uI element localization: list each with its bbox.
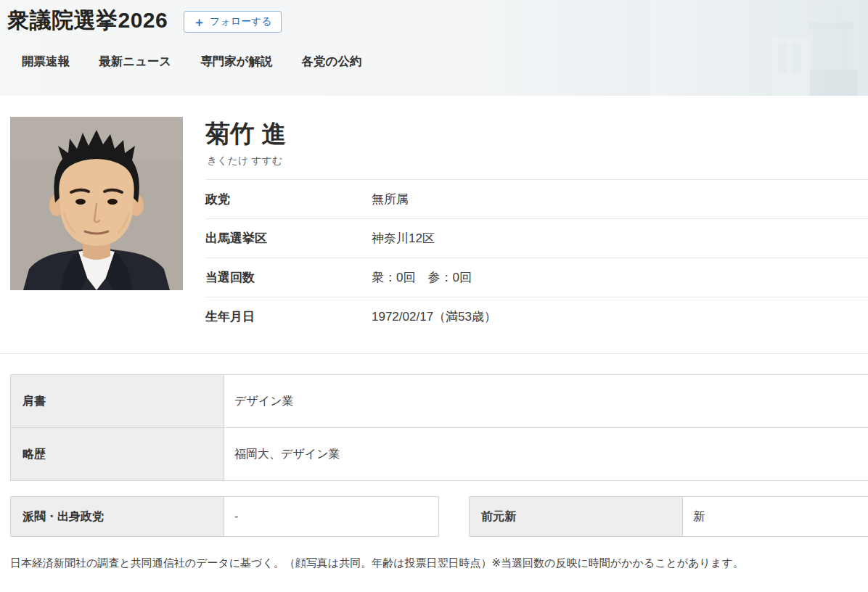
- row-header: 前元新: [470, 497, 683, 536]
- row-header: 派閥・出身政党: [11, 497, 224, 536]
- faction-table: 派閥・出身政党 -: [10, 496, 439, 537]
- profile-row-label: 当選回数: [205, 269, 372, 286]
- nav-item-kakuto-koyaku[interactable]: 各党の公約: [302, 54, 362, 70]
- profile-row-district: 出馬選挙区 神奈川12区: [205, 218, 868, 258]
- row-value: デザイン業: [224, 375, 868, 427]
- profile-row-label: 政党: [205, 191, 372, 207]
- profile-row-wins: 当選回数 衆：0回 参：0回: [205, 258, 868, 297]
- profile-rows: 政党 無所属 出馬選挙区 神奈川12区 当選回数 衆：0回 参：0回 生年月日 …: [205, 179, 868, 336]
- site-header: 衆議院選挙2026 ＋ フォローする 開票速報 最新ニュース 専門家が解説 各党…: [0, 0, 868, 96]
- profile-row-value: 衆：0回 参：0回: [372, 269, 472, 286]
- profile-row-birthdate: 生年月日 1972/02/17（満53歳）: [205, 297, 868, 336]
- diet-building-graphic: [650, 0, 868, 96]
- table-row-title: 肩書 デザイン業: [11, 375, 868, 427]
- candidate-furigana: きくたけ すすむ: [207, 155, 282, 168]
- nav-item-saishin-news[interactable]: 最新ニュース: [99, 54, 171, 70]
- nav-item-kaihyo-sokuho[interactable]: 開票速報: [22, 54, 70, 70]
- row-header: 略歴: [11, 428, 224, 480]
- career-table: 肩書 デザイン業 略歴 福岡大、デザイン業: [10, 374, 868, 481]
- candidate-name: 菊竹 進: [205, 118, 286, 151]
- table-row-history: 略歴 福岡大、デザイン業: [11, 427, 868, 480]
- profile-row-label: 出馬選挙区: [205, 230, 372, 247]
- section-divider: [0, 353, 868, 354]
- row-value: 新: [683, 497, 868, 536]
- data-source-note: 日本経済新聞社の調査と共同通信社のデータに基づく。（顔写真は共同。年齢は投票日翌…: [10, 556, 867, 570]
- candidate-photo: [10, 117, 183, 290]
- main-nav: 開票速報 最新ニュース 専門家が解説 各党の公約: [22, 54, 361, 70]
- profile-row-value: 神奈川12区: [372, 230, 435, 247]
- row-value: -: [224, 497, 438, 536]
- plus-icon: ＋: [193, 16, 205, 28]
- page-title: 衆議院選挙2026: [7, 6, 168, 36]
- profile-row-party: 政党 無所属: [205, 179, 868, 218]
- candidate-profile-page: 衆議院選挙2026 ＋ フォローする 開票速報 最新ニュース 専門家が解説 各党…: [0, 0, 868, 592]
- row-value: 福岡大、デザイン業: [224, 428, 868, 480]
- follow-button[interactable]: ＋ フォローする: [184, 11, 282, 33]
- profile-row-value: 1972/02/17（満53歳）: [372, 308, 496, 325]
- incumbency-table: 前元新 新: [469, 496, 868, 537]
- follow-button-label: フォローする: [210, 15, 272, 28]
- row-header: 肩書: [11, 375, 224, 427]
- profile-row-value: 無所属: [372, 191, 409, 207]
- profile-row-label: 生年月日: [205, 308, 372, 325]
- nav-item-senmonka-kaisetsu[interactable]: 専門家が解説: [200, 54, 272, 70]
